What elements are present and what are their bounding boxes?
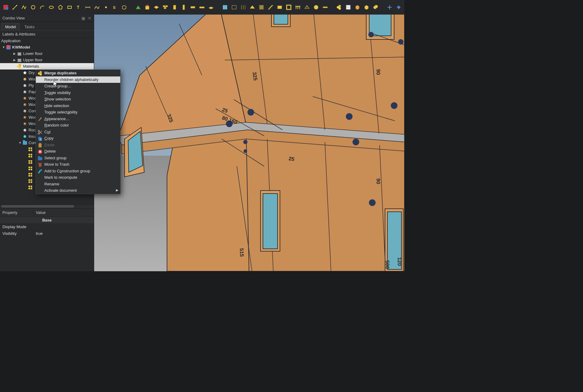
arch-section-icon[interactable]	[230, 3, 238, 11]
arch-pipe-icon[interactable]	[321, 3, 329, 11]
context-menu[interactable]: Merge duplicatesReorder children alphabe…	[36, 69, 121, 194]
property-row[interactable]: Display Mode	[0, 223, 94, 230]
arch-slab-icon[interactable]	[207, 3, 215, 11]
context-menu-item[interactable]: Reorder children alphabetically	[36, 76, 120, 83]
property-section: Base	[0, 217, 94, 223]
snap-midpoint-icon[interactable]	[395, 3, 403, 11]
tool-wire-icon[interactable]	[20, 3, 28, 11]
tree-item-label: Lower floor	[23, 51, 43, 56]
tree-item[interactable]: ▶Lower floor	[0, 50, 94, 57]
tool-dimension-icon[interactable]	[84, 3, 92, 11]
arch-beam-icon[interactable]	[198, 3, 206, 11]
arch-site-icon[interactable]	[134, 3, 142, 11]
context-menu-item[interactable]: Create group…	[36, 83, 120, 90]
context-menu-item[interactable]: Delete	[36, 148, 120, 155]
arch-structure-icon[interactable]	[171, 3, 179, 11]
svg-text:T: T	[77, 5, 80, 10]
panel-float-icon[interactable]: ▣	[81, 16, 85, 21]
context-menu-item[interactable]: Rename	[36, 181, 120, 188]
tool-ellipse-icon[interactable]	[47, 3, 55, 11]
arch-window-icon[interactable]	[221, 3, 229, 11]
svg-text:S: S	[113, 5, 116, 10]
3d-viewport[interactable]: 325 25 80 160 325 90 90 25 515 120 500	[94, 15, 404, 271]
tool-facebinder-icon[interactable]	[120, 3, 128, 11]
property-panel: Base Display ModeVisibilitytrue	[0, 217, 94, 271]
context-menu-item[interactable]: Toggle visibility	[36, 90, 120, 96]
arch-component-icon[interactable]	[353, 3, 361, 11]
tree-root[interactable]: Application	[0, 38, 94, 44]
svg-point-90	[244, 149, 247, 153]
snap-center-icon[interactable]	[404, 3, 404, 11]
tree-expand-icon[interactable]: ▼	[1, 46, 6, 49]
context-menu-item[interactable]: Add to Construction group	[36, 168, 120, 174]
arch-truss-icon[interactable]	[303, 3, 311, 11]
arch-axis-icon[interactable]	[239, 3, 247, 11]
context-menu-item[interactable]: Random color	[36, 122, 120, 129]
arch-rebar-icon[interactable]	[180, 3, 188, 11]
tool-circle-icon[interactable]	[29, 3, 37, 11]
context-menu-item[interactable]: Toggle selectability	[36, 109, 120, 116]
tree-document[interactable]: ▼ KWModel	[0, 44, 94, 50]
arch-column-icon[interactable]	[189, 3, 197, 11]
multimaterial-icon	[28, 179, 33, 184]
tree-expand-icon[interactable]: ▶	[12, 58, 17, 62]
svg-point-38	[314, 5, 318, 9]
context-menu-label: Cut	[44, 130, 50, 134]
arch-stairs-icon[interactable]	[267, 3, 274, 11]
tool-shapestring-icon[interactable]: S	[111, 3, 119, 11]
tool-freecad-icon[interactable]	[2, 3, 10, 11]
context-menu-item[interactable]: Select group	[36, 155, 120, 161]
arch-frame-icon[interactable]	[285, 3, 293, 11]
tool-text-icon[interactable]: T	[75, 3, 83, 11]
arch-equipment-icon[interactable]	[312, 3, 320, 11]
arch-clone-icon[interactable]	[372, 3, 380, 11]
svg-rect-70	[274, 15, 288, 24]
arch-panel-icon[interactable]	[276, 3, 284, 11]
tab-model[interactable]: Model	[1, 23, 20, 30]
tool-bspline-icon[interactable]	[93, 3, 101, 11]
arch-wall-icon[interactable]	[162, 3, 169, 11]
tree-expand-icon[interactable]: ▶	[12, 52, 17, 55]
tool-point-icon[interactable]	[102, 3, 110, 11]
multimaterial-icon	[28, 172, 33, 177]
tree-scrollbar[interactable]	[0, 204, 94, 208]
tool-arc-icon[interactable]	[38, 3, 46, 11]
arch-floor-icon[interactable]	[152, 3, 160, 11]
arch-building-icon[interactable]	[143, 3, 151, 11]
dim-label: 90	[375, 69, 381, 75]
context-menu-item[interactable]: Hide selection	[36, 103, 120, 109]
snap-endpoint-icon[interactable]	[386, 3, 394, 11]
tool-line-icon[interactable]	[11, 3, 19, 11]
dim-label: 515	[239, 248, 245, 257]
context-menu-item[interactable]: Activate document▶	[36, 187, 120, 194]
freecad-doc-icon	[6, 45, 11, 50]
trash-icon	[37, 162, 43, 167]
tree-item[interactable]: ▶Upper floor	[0, 57, 94, 63]
panel-title: Combo View	[2, 16, 25, 20]
tree-expand-icon[interactable]: ▼	[18, 141, 22, 144]
panel-titlebar: Combo View ▣ ✕	[0, 15, 94, 22]
property-name: Visibility	[0, 231, 33, 236]
tool-polygon-icon[interactable]	[56, 3, 64, 11]
svg-rect-74	[263, 194, 278, 249]
property-row[interactable]: Visibilitytrue	[0, 230, 94, 237]
dim-label: 25	[288, 156, 295, 162]
arch-schedule-icon[interactable]	[344, 3, 352, 11]
arch-fence-icon[interactable]	[294, 3, 302, 11]
context-menu-item[interactable]: Mark to recompute	[36, 174, 120, 181]
tool-rectangle-icon[interactable]	[66, 3, 73, 11]
context-menu-item[interactable]: Copy	[36, 135, 120, 142]
context-menu-item[interactable]: Merge duplicates	[36, 70, 120, 76]
context-menu-item[interactable]: Show selection	[36, 96, 120, 103]
context-menu-item[interactable]: Cut	[36, 129, 120, 135]
tab-tasks[interactable]: Tasks	[20, 23, 38, 30]
tree-item[interactable]: Materials	[0, 63, 94, 69]
arch-space-icon[interactable]	[257, 3, 265, 11]
arch-reference-icon[interactable]	[363, 3, 370, 11]
arch-material-icon[interactable]	[335, 3, 343, 11]
context-menu-item[interactable]: Move to Trash	[36, 161, 120, 168]
arch-roof-icon[interactable]	[248, 3, 256, 11]
context-menu-item[interactable]: Appearance…	[36, 116, 120, 122]
panel-close-icon[interactable]: ✕	[88, 16, 91, 21]
material-dot-icon	[22, 102, 27, 107]
